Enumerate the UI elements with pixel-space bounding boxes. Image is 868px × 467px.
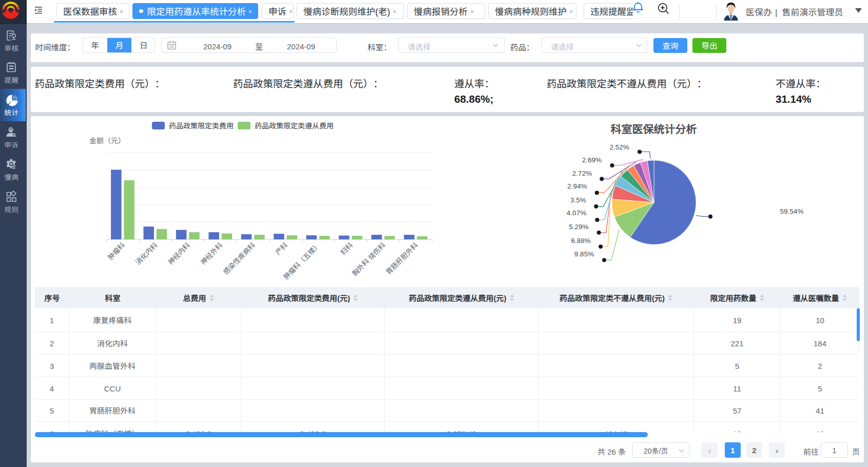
svg-text:药品政策限定类遵从费用: 药品政策限定类遵从费用: [255, 120, 334, 130]
svg-text:胸外科 烧伤科: 胸外科 烧伤科: [349, 239, 387, 277]
svg-text:科室医保统计分析: 科室医保统计分析: [611, 121, 697, 136]
svg-text:感染性疾病科: 感染性疾病科: [220, 239, 257, 276]
svg-text:神经外科: 神经外科: [198, 239, 225, 267]
svg-text:9.85%: 9.85%: [574, 248, 594, 258]
svg-text:药品政策限定类费用: 药品政策限定类费用: [169, 120, 234, 130]
svg-text:金额（元）: 金额（元）: [89, 135, 125, 145]
svg-text:59.54%: 59.54%: [780, 206, 804, 216]
svg-text:神经内科: 神经内科: [165, 239, 192, 267]
svg-text:2.72%: 2.72%: [572, 167, 592, 178]
svg-text:5.29%: 5.29%: [569, 221, 588, 231]
svg-text:产科: 产科: [273, 239, 290, 257]
svg-text:3.5%: 3.5%: [570, 194, 586, 204]
svg-text:胃肠肝胆外科: 胃肠肝胆外科: [383, 239, 420, 276]
svg-text:消化内科: 消化内科: [132, 239, 160, 267]
svg-text:肿瘤科: 肿瘤科: [105, 239, 127, 261]
svg-text:2.94%: 2.94%: [567, 180, 587, 191]
svg-text:妇科: 妇科: [338, 239, 355, 257]
svg-text:6.88%: 6.88%: [571, 235, 590, 245]
svg-text:2.69%: 2.69%: [582, 154, 602, 164]
svg-text:2.52%: 2.52%: [609, 141, 629, 152]
svg-text:4.07%: 4.07%: [567, 207, 586, 217]
